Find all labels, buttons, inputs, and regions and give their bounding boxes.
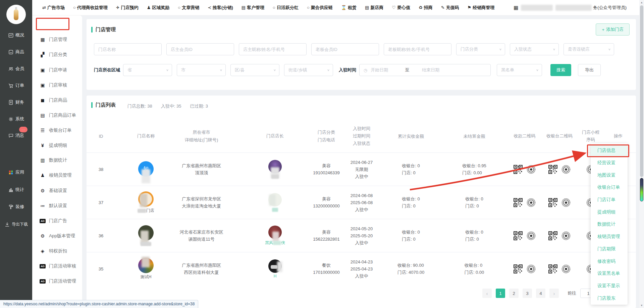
- sidebar-item-app-version[interactable]: ⚙App版本管理: [32, 230, 82, 242]
- rail-item-export-download[interactable]: 导出下载: [0, 219, 32, 230]
- topnav-article-marketing[interactable]: ○文章营销: [178, 5, 199, 11]
- payment-ring-code-icon[interactable]: [527, 264, 536, 273]
- sidebar-item-basic-settings[interactable]: ⚙基础设置: [32, 185, 82, 196]
- province-select[interactable]: 省∨: [123, 64, 172, 76]
- dropdown-item-cashier-orders[interactable]: 收银台订单: [591, 181, 628, 194]
- dropdown-item-store-term[interactable]: 门店期限: [591, 243, 628, 255]
- dropdown-item-map-settings[interactable]: 地图设置: [591, 169, 628, 181]
- topnav-supply-chain[interactable]: ○聚合供应链: [307, 5, 333, 11]
- dropdown-item-change-password[interactable]: 修改密码: [591, 255, 628, 267]
- sidebar-item-cashier-orders[interactable]: ☰收银台订单: [32, 125, 82, 136]
- topnav-rental[interactable]: ⌛租赁: [341, 5, 357, 11]
- rail-item-member[interactable]: 会员: [0, 63, 32, 74]
- topnav-new-store[interactable]: ▤新店商: [365, 5, 383, 11]
- sidebar-item-store-manage[interactable]: ▦门店管理: [32, 34, 82, 45]
- dropdown-item-data-statistics[interactable]: 数据统计: [591, 218, 628, 231]
- payment-ring-code-icon[interactable]: [527, 231, 536, 240]
- store-name-input[interactable]: [94, 43, 162, 55]
- prev-page-button[interactable]: ‹: [482, 289, 492, 298]
- payment-qr-icon[interactable]: [514, 165, 523, 174]
- boss-member-id-input[interactable]: [311, 43, 379, 55]
- page-button-1[interactable]: 1: [496, 289, 505, 298]
- rail-item-message[interactable]: 消息 ...: [0, 130, 32, 141]
- add-store-button[interactable]: +添加门店: [596, 23, 630, 36]
- chain-store-select[interactable]: 是否连锁店∨: [564, 43, 614, 55]
- cashier-ring-code-icon[interactable]: [561, 198, 571, 207]
- dropdown-item-commission-detail[interactable]: 提成明细: [591, 206, 628, 218]
- export-button[interactable]: 导出: [578, 64, 601, 76]
- rail-item-overview[interactable]: 概况: [0, 29, 32, 41]
- next-page-button[interactable]: ›: [549, 289, 559, 298]
- page-scrollbar[interactable]: ▲ ▼: [639, 0, 644, 308]
- dropdown-item-store-shareholders[interactable]: 门店股东: [591, 292, 628, 304]
- payment-ring-code-icon[interactable]: [527, 198, 536, 207]
- dropdown-item-set-hidden[interactable]: 设置不显示: [591, 280, 628, 292]
- sidebar-item-store-activity-audit[interactable]: AD门店活动审核: [32, 260, 82, 272]
- page-button-3[interactable]: 3: [523, 289, 532, 298]
- end-date-placeholder[interactable]: 结束日期: [422, 67, 439, 73]
- cashier-ring-code-icon[interactable]: [561, 165, 571, 174]
- payment-qr-icon[interactable]: [514, 231, 523, 240]
- dropdown-item-store-info[interactable]: 门店信息: [591, 144, 628, 157]
- cashier-ring-code-icon[interactable]: [561, 231, 571, 240]
- topnav-promoter[interactable]: ≺推客(分销): [208, 5, 233, 11]
- topnav-customer-management[interactable]: ▤客户管理: [241, 5, 264, 11]
- dropdown-item-set-blacklist[interactable]: 设置黑名单: [591, 267, 628, 280]
- sidebar-item-store-audit[interactable]: ▣门店审核: [32, 79, 82, 91]
- dropdown-item-store-orders[interactable]: 门店订单: [591, 194, 628, 206]
- blacklist-select[interactable]: 黑名单∨: [497, 64, 542, 76]
- sidebar-item-store-goods[interactable]: ◼门店商品: [32, 95, 82, 106]
- street-select[interactable]: 街道/乡镇∨: [284, 64, 333, 76]
- scroll-down-arrow[interactable]: ▼: [639, 304, 644, 307]
- district-select[interactable]: 区/县∨: [230, 64, 279, 76]
- sidebar-item-store-goods-orders[interactable]: ▤门店商品订单: [32, 110, 82, 121]
- sidebar-item-store-category[interactable]: ▞门店分类: [32, 49, 82, 60]
- cashier-qr-icon[interactable]: [548, 165, 557, 174]
- topnav-daily-dividend[interactable]: ○日活跃分红: [273, 5, 299, 11]
- entry-date-range-picker[interactable]: ◷ 开始日期 至 结束日期: [359, 64, 491, 76]
- cashier-qr-icon[interactable]: [548, 264, 557, 273]
- grid-menu-icon[interactable]: ▦: [514, 5, 518, 11]
- entry-status-select[interactable]: 入驻状态∨: [510, 43, 559, 55]
- topnav-agent-income[interactable]: ○代理商收益管理: [73, 5, 108, 11]
- owner-member-id-input[interactable]: [166, 43, 234, 55]
- topnav-store-reservation[interactable]: ✈门店预约: [116, 5, 139, 11]
- rail-item-finance[interactable]: 财务: [0, 97, 32, 108]
- sidebar-item-data-statistics[interactable]: ▥数据统计: [32, 155, 82, 166]
- search-button[interactable]: 搜索: [550, 64, 571, 76]
- sidebar-item-default-settings[interactable]: ≔默认设置: [32, 200, 82, 211]
- cashier-ring-code-icon[interactable]: [561, 264, 571, 273]
- sidebar-item-store-apply[interactable]: ▣门店申请: [32, 64, 82, 76]
- cashier-qr-icon[interactable]: [548, 231, 557, 240]
- topnav-recharge-code[interactable]: ✎充值码: [441, 5, 459, 11]
- sidebar-item-privilege-discount[interactable]: ◈特权折扣: [32, 245, 82, 257]
- dropdown-item-verifier-management[interactable]: 核销员管理: [591, 231, 628, 243]
- rail-item-decorate[interactable]: 装修: [0, 201, 32, 212]
- dropdown-item-business-settings[interactable]: 经营设置: [591, 157, 628, 169]
- owner-nickname-input[interactable]: [239, 43, 307, 55]
- sidebar-item-store-ads[interactable]: AD门店广告: [32, 215, 82, 227]
- sidebar-item-store-activity-manage[interactable]: AD门店活动管理: [32, 275, 82, 287]
- sidebar-item-verifier-management[interactable]: ♟核销员管理: [32, 170, 82, 181]
- page-button-4[interactable]: 4: [536, 289, 545, 298]
- topnav-investment[interactable]: ♻招商: [419, 5, 433, 11]
- topnav-ad-market[interactable]: ⇄广告市场: [42, 5, 65, 11]
- topnav-love-value[interactable]: ♡爱心值: [392, 5, 410, 11]
- payment-qr-icon[interactable]: [514, 198, 523, 207]
- rail-item-apps[interactable]: 应用: [0, 167, 32, 178]
- start-date-placeholder[interactable]: 开始日期: [371, 67, 388, 73]
- payment-qr-icon[interactable]: [514, 264, 523, 273]
- payment-ring-code-icon[interactable]: [527, 165, 536, 174]
- rail-item-goods[interactable]: 商品: [0, 46, 32, 58]
- rail-item-order[interactable]: 订单: [0, 80, 32, 91]
- store-category-select[interactable]: 门店分类∨: [456, 43, 505, 55]
- city-select[interactable]: 市∨: [177, 64, 226, 76]
- cashier-qr-icon[interactable]: [548, 198, 557, 207]
- topnav-region-reward[interactable]: ♟区域奖励: [147, 5, 170, 11]
- scroll-up-arrow[interactable]: ▲: [639, 1, 644, 4]
- page-button-2[interactable]: 2: [509, 289, 519, 298]
- boss-nickname-input[interactable]: [384, 43, 451, 55]
- account-avatar[interactable]: [6, 5, 26, 24]
- scrollbar-thumb[interactable]: [640, 5, 643, 177]
- topnav-dealer-management[interactable]: ⚑经销商管理: [468, 5, 495, 11]
